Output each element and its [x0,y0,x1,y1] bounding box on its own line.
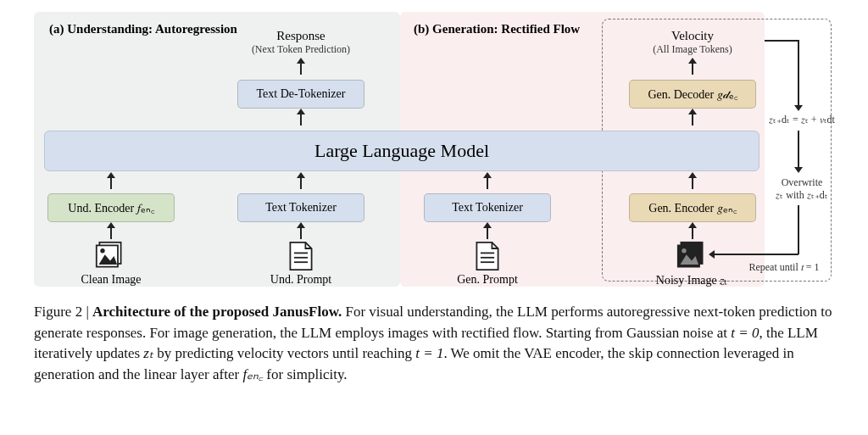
arrow-up-icon [692,63,693,75]
loop-arrow [798,40,799,106]
llm-bar: Large Language Model [44,131,760,171]
caption-t0: t = 0 [731,325,759,341]
update-equation: 𝑧ₜ₊dₜ = 𝑧ₜ + 𝑣ₜdt [764,114,840,126]
svg-point-13 [682,248,686,253]
panel-b-title: (b) Generation: Rectified Flow [414,22,580,36]
gen-decoder-label: Gen. Decoder 𝑔𝒹ₑ꜀ [648,87,737,102]
arrow-left-icon [709,250,715,259]
llm-label: Large Language Model [314,140,489,162]
clean-image-label: Clean Image [47,273,175,287]
caption-body5: for simplicity. [263,366,347,382]
response-sub: (Next Token Prediction) [229,43,373,56]
arrow-up-icon [692,227,693,239]
arrow-up-icon [692,177,693,189]
arrow-up-icon [300,63,302,75]
document-icon [472,241,503,271]
arrow-down-icon [794,167,803,173]
detokenizer-label: Text De-Tokenizer [257,87,346,101]
overwrite-line1: Overwrite [770,176,834,189]
response-text: Response [229,29,373,43]
loop-arrow [714,254,798,255]
overwrite-line2: 𝑧ₜ with 𝑧ₜ₊dₜ [770,189,834,202]
caption-t1: t = 1 [415,345,443,361]
loop-arrow [798,131,799,168]
arrow-up-icon [692,114,693,125]
overwrite-text: Overwrite 𝑧ₜ with 𝑧ₜ₊dₜ [770,176,834,202]
arrow-down-icon [794,105,803,111]
und-prompt-label: Und. Prompt [237,273,364,287]
response-stack: Response (Next Token Prediction) [229,29,373,56]
gen-prompt-label: Gen. Prompt [424,273,551,287]
text-tokenizer-b-node: Text Tokenizer [424,193,551,222]
text-tokenizer-a-label: Text Tokenizer [265,201,337,215]
und-encoder-label: Und. Encoder 𝑓ₑₙ꜀ [68,201,153,215]
caption-bold: Architecture of the proposed JanusFlow. [92,304,342,320]
caption-lead: Figure 2 | [34,304,92,320]
figure-caption: Figure 2 | Architecture of the proposed … [34,302,834,386]
arrow-up-icon [110,227,112,239]
velocity-text: Velocity [620,29,765,43]
loop-arrow [798,205,799,254]
caption-body3: by predicting velocity vectors until rea… [153,345,415,361]
und-encoder-node: Und. Encoder 𝑓ₑₙ꜀ [47,193,175,222]
arrow-up-icon [487,177,488,189]
loop-arrow [765,40,798,42]
gen-decoder-node: Gen. Decoder 𝑔𝒹ₑ꜀ [629,80,756,109]
architecture-diagram: (a) Understanding: Autoregression (b) Ge… [34,12,834,287]
repeat-text: Repeat until 𝑡 = 1 [737,261,831,274]
arrow-up-icon [110,177,112,189]
velocity-stack: Velocity (All Image Tokens) [620,29,765,56]
text-detokenizer-node: Text De-Tokenizer [237,80,364,109]
noisy-image-label: Noisy Image 𝑧ₜ [624,273,760,287]
arrow-up-icon [300,177,302,189]
gen-encoder-label: Gen. Encoder 𝑔ₑₙ꜀ [648,201,736,215]
arrow-up-icon [300,227,302,239]
gen-encoder-node: Gen. Encoder 𝑔ₑₙ꜀ [629,193,756,222]
caption-zt: zₜ [143,345,153,361]
text-tokenizer-a-node: Text Tokenizer [237,193,364,222]
caption-fenc: fₑₙ꜀ [242,366,263,382]
document-icon [286,241,316,271]
velocity-sub: (All Image Tokens) [620,43,765,56]
noisy-image-icon [676,241,707,271]
image-icon [95,241,125,271]
text-tokenizer-b-label: Text Tokenizer [452,201,523,215]
panel-a-title: (a) Understanding: Autoregression [49,22,237,36]
arrow-up-icon [300,114,302,125]
svg-point-3 [100,248,104,253]
arrow-up-icon [487,227,488,239]
